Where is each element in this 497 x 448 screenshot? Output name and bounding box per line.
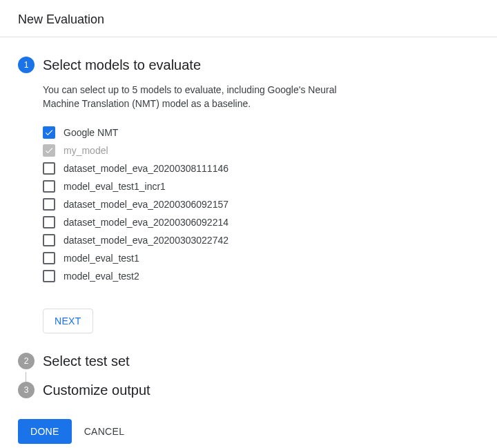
next-button[interactable]: NEXT	[43, 309, 93, 333]
footer-actions: DONE CANCEL	[18, 419, 479, 444]
model-label: model_eval_test2	[55, 271, 139, 282]
model-checkbox[interactable]	[43, 216, 55, 228]
step-3: 3 Customize output	[18, 382, 479, 401]
model-row: dataset_model_eva_20200303022742	[43, 231, 479, 249]
model-label: dataset_model_eva_20200306092214	[55, 217, 228, 228]
model-row: Google NMT	[43, 124, 479, 142]
model-label: model_eval_test1	[55, 253, 139, 264]
model-label: my_model	[55, 145, 108, 156]
step-3-title[interactable]: Customize output	[43, 382, 479, 398]
step-2-title[interactable]: Select test set	[43, 353, 479, 369]
model-row: dataset_model_eva_20200306092214	[43, 213, 479, 231]
model-checkbox[interactable]	[43, 252, 55, 264]
model-row: model_eval_test1_incr1	[43, 177, 479, 195]
step-1: 1 Select models to evaluate You can sele…	[18, 57, 479, 353]
model-row: my_model	[43, 142, 479, 159]
model-checkbox-list: Google NMTmy_modeldataset_model_eva_2020…	[43, 124, 479, 285]
page-title: New Evaluation	[0, 0, 497, 37]
cancel-button[interactable]: CANCEL	[84, 426, 125, 437]
model-label: model_eval_test1_incr1	[55, 181, 166, 192]
model-checkbox[interactable]	[43, 198, 55, 211]
step-1-description: You can select up to 5 models to evaluat…	[43, 83, 374, 111]
step-number-1: 1	[18, 57, 35, 73]
model-label: dataset_model_eva_20200303022742	[55, 235, 228, 246]
step-number-2: 2	[18, 353, 35, 369]
step-indicator-col: 3	[18, 382, 35, 398]
step-connector-line	[26, 372, 26, 382]
model-row: model_eval_test1	[43, 249, 479, 267]
done-button[interactable]: DONE	[18, 419, 72, 444]
step-number-3: 3	[18, 382, 35, 398]
model-checkbox[interactable]	[43, 162, 55, 175]
model-label: dataset_model_eva_20200306092157	[55, 199, 228, 210]
model-checkbox[interactable]	[43, 126, 55, 139]
model-row: model_eval_test2	[43, 267, 479, 285]
model-label: Google NMT	[55, 127, 118, 138]
stepper-content: 1 Select models to evaluate You can sele…	[0, 37, 497, 448]
step-1-title: Select models to evaluate	[43, 57, 479, 73]
step-2: 2 Select test set	[18, 353, 479, 372]
model-checkbox[interactable]	[43, 180, 55, 193]
step-indicator-col: 2	[18, 353, 35, 369]
step-indicator-col: 1	[18, 57, 35, 79]
model-label: dataset_model_eva_20200308111146	[55, 163, 228, 174]
model-checkbox[interactable]	[43, 270, 55, 282]
model-checkbox[interactable]	[43, 234, 55, 246]
model-row: dataset_model_eva_20200306092157	[43, 195, 479, 213]
model-row: dataset_model_eva_20200308111146	[43, 159, 479, 177]
model-checkbox[interactable]	[43, 144, 55, 157]
